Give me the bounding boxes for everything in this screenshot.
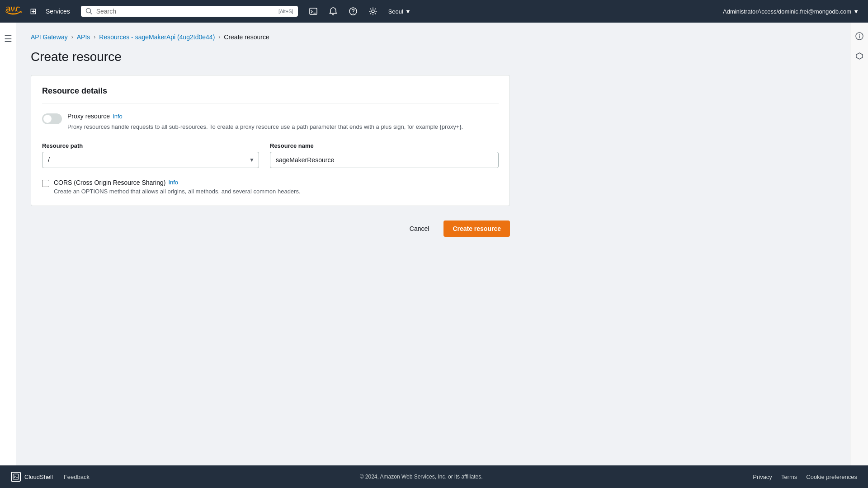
region-dropdown-icon: ▼ [405,8,411,15]
proxy-label-text: Proxy resource [67,113,110,120]
resource-path-select-wrap: / ▼ [42,152,259,168]
breadcrumb-api-gateway[interactable]: API Gateway [31,33,68,41]
form-row: Resource path / ▼ Resource name [42,142,499,168]
proxy-label-group: Proxy resource Info Proxy resources hand… [67,113,463,131]
proxy-info-link[interactable]: Info [113,113,123,120]
hex-icon-btn[interactable] [853,50,866,62]
page-title: Create resource [31,50,835,64]
privacy-link[interactable]: Privacy [753,474,772,480]
resource-details-card: Resource details Proxy resource Info Pro… [31,75,510,206]
resource-path-group: Resource path / ▼ [42,142,259,168]
cors-label-row: CORS (Cross Origin Resource Sharing) Inf… [54,179,301,186]
search-icon [85,8,93,15]
cors-description: Create an OPTIONS method that allows all… [54,188,301,195]
bell-icon [329,7,338,16]
region-selector[interactable]: Seoul ▼ [385,6,415,17]
card-title: Resource details [42,86,499,103]
breadcrumb: API Gateway › APIs › Resources - sageMak… [31,33,835,41]
cookie-preferences-link[interactable]: Cookie preferences [806,474,857,480]
hex-icon [855,52,863,60]
proxy-toggle[interactable] [42,113,62,124]
resource-name-input[interactable] [270,152,499,168]
create-resource-button[interactable]: Create resource [443,221,510,237]
breadcrumb-sep-2: › [94,34,95,40]
footer-right-links: Privacy Terms Cookie preferences [753,474,857,480]
cors-checkbox[interactable] [42,180,49,187]
breadcrumb-current: Create resource [224,33,269,41]
account-label: AdministratorAccess/dominic.frei@mongodb… [723,8,851,15]
gear-icon [368,7,377,16]
toggle-slider [42,113,62,124]
breadcrumb-sep-3: › [218,34,220,40]
account-selector[interactable]: AdministratorAccess/dominic.frei@mongodb… [719,6,863,17]
proxy-resource-row: Proxy resource Info Proxy resources hand… [42,113,499,131]
breadcrumb-apis[interactable]: APIs [77,33,90,41]
aws-logo[interactable] [5,6,23,17]
terminal-icon [309,7,318,16]
cors-row: CORS (Cross Origin Resource Sharing) Inf… [42,179,499,195]
resource-name-group: Resource name [270,142,499,168]
breadcrumb-resources[interactable]: Resources - sageMakerApi (4ug2td0e44) [99,33,215,41]
terminal-small-icon [13,474,19,480]
cors-label-text: CORS (Cross Origin Resource Sharing) [54,179,165,186]
settings-icon-btn[interactable] [365,4,381,19]
right-sidebar [850,23,868,465]
left-sidebar: ☰ [0,23,16,465]
proxy-description: Proxy resources handle requests to all s… [67,122,463,131]
search-bar[interactable]: [Alt+S] [81,6,298,17]
services-nav-label[interactable]: Services [42,6,74,17]
action-row: Cancel Create resource [31,221,510,237]
cloudshell-icon [11,472,21,482]
info-panel-icon[interactable] [853,30,866,42]
terminal-icon-btn[interactable] [305,4,321,19]
search-shortcut: [Alt+S] [278,9,293,14]
terms-link[interactable]: Terms [781,474,797,480]
resource-path-label: Resource path [42,142,259,149]
top-navigation: ⊞ Services [Alt+S] [0,0,868,23]
cloudshell-btn[interactable]: CloudShell [11,472,53,482]
notifications-icon-btn[interactable] [325,4,341,19]
help-icon-btn[interactable] [345,4,361,19]
main-content: API Gateway › APIs › Resources - sageMak… [16,23,850,465]
region-label: Seoul [388,8,403,15]
cloudshell-label: CloudShell [24,474,53,480]
svg-point-3 [353,13,354,14]
account-dropdown-icon: ▼ [853,8,859,15]
cors-info-link[interactable]: Info [168,179,178,186]
svg-point-4 [372,10,374,13]
svg-rect-1 [310,8,317,14]
search-input[interactable] [96,8,275,15]
resource-name-label: Resource name [270,142,499,149]
feedback-link[interactable]: Feedback [64,474,90,480]
copyright-text: © 2024, Amazon Web Services, Inc. or its… [100,474,742,480]
svg-point-6 [859,34,860,35]
proxy-label-row: Proxy resource Info [67,113,463,120]
footer: CloudShell Feedback © 2024, Amazon Web S… [0,465,868,488]
grid-icon[interactable]: ⊞ [28,5,38,18]
info-circle-icon [855,32,863,40]
help-icon [349,7,358,16]
breadcrumb-sep-1: › [71,34,73,40]
cancel-button[interactable]: Cancel [402,221,437,236]
resource-path-select[interactable]: / [42,152,259,168]
cors-label-group: CORS (Cross Origin Resource Sharing) Inf… [54,179,301,195]
svg-rect-7 [13,474,19,479]
